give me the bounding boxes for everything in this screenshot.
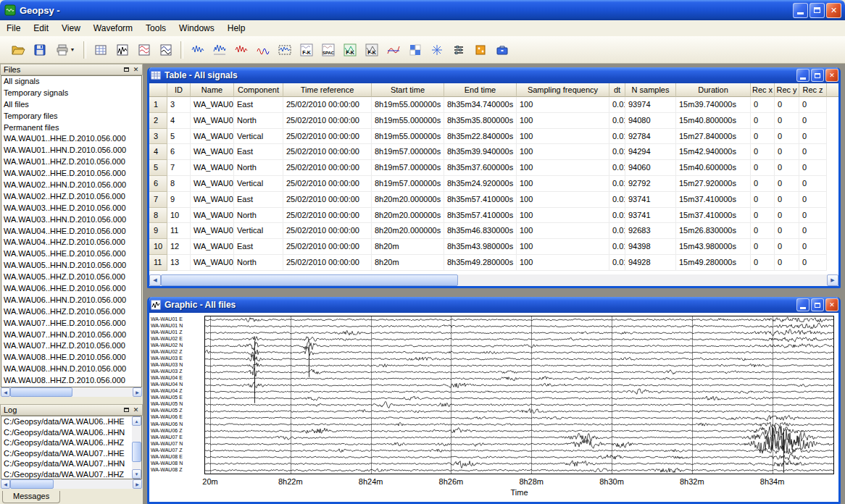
name-cell[interactable]: WA_WAU02: [191, 144, 234, 160]
name-cell[interactable]: WA_WAU02: [191, 160, 234, 176]
menu-item[interactable]: Help: [221, 21, 252, 35]
rec-y-cell[interactable]: 0: [775, 144, 799, 160]
waveform-plot[interactable]: [204, 316, 834, 474]
start-time-cell[interactable]: 8h20m20.000000s: [372, 223, 444, 239]
rec-z-cell[interactable]: 0: [799, 208, 827, 224]
rec-y-cell[interactable]: 0: [775, 160, 799, 176]
file-item[interactable]: WA.WAU07..HHZ.D.2010.056.000: [1, 340, 141, 352]
table-close-button[interactable]: ✕: [825, 69, 838, 82]
log-float-button[interactable]: [122, 406, 131, 415]
log-close-button[interactable]: ✕: [131, 406, 141, 415]
name-cell[interactable]: WA_WAU03: [191, 192, 234, 208]
scrollbar-thumb[interactable]: [10, 479, 54, 489]
row-number-cell[interactable]: 5: [149, 160, 167, 176]
waveform-button[interactable]: [187, 39, 208, 60]
log-panel-header[interactable]: Log ✕: [0, 404, 143, 416]
n-samples-cell[interactable]: 94080: [625, 113, 676, 129]
name-cell[interactable]: WA_WAU03: [191, 208, 234, 224]
rec-x-cell[interactable]: 0: [751, 223, 775, 239]
column-header[interactable]: Start time: [372, 83, 444, 97]
messages-tab[interactable]: Messages: [2, 491, 60, 503]
component-cell[interactable]: Vertical: [234, 223, 283, 239]
table-maximize-button[interactable]: [811, 69, 824, 82]
end-time-cell[interactable]: 8h35m43.980000s: [444, 239, 517, 255]
spac-toolbox-button[interactable]: SPAC: [317, 39, 338, 60]
file-item[interactable]: WA.WAU05..HHE.D.2010.056.000: [1, 248, 141, 260]
waveform-2-button[interactable]: [209, 39, 230, 60]
rec-x-cell[interactable]: 0: [751, 239, 775, 255]
snowflake-button[interactable]: [426, 39, 447, 60]
file-item[interactable]: All files: [1, 99, 141, 111]
time-reference-cell[interactable]: 25/02/2010 00:00:00: [283, 160, 372, 176]
file-item[interactable]: WA.WAU01..HHE.D.2010.056.000: [1, 133, 141, 145]
duration-cell[interactable]: 15m39.740000s: [676, 97, 751, 113]
id-cell[interactable]: 6: [167, 144, 191, 160]
start-time-cell[interactable]: 8h19m57.000000s: [372, 176, 444, 192]
menu-item[interactable]: Tools: [139, 21, 172, 35]
column-header[interactable]: Rec y: [775, 83, 799, 97]
rec-y-cell[interactable]: 0: [775, 255, 799, 271]
fk-toolbox-button[interactable]: F-K: [296, 39, 317, 60]
sampling-frequency-cell[interactable]: 100: [517, 192, 609, 208]
file-item[interactable]: WA.WAU04..HHE.D.2010.056.000: [1, 226, 141, 238]
n-samples-cell[interactable]: 94060: [625, 160, 676, 176]
column-header[interactable]: End time: [444, 83, 517, 97]
component-cell[interactable]: North: [234, 160, 283, 176]
n-samples-cell[interactable]: 94398: [625, 239, 676, 255]
n-samples-cell[interactable]: 93974: [625, 97, 676, 113]
time-reference-cell[interactable]: 25/02/2010 00:00:00: [283, 223, 372, 239]
menu-item[interactable]: View: [55, 21, 87, 35]
dt-cell[interactable]: 0.01: [609, 176, 625, 192]
id-cell[interactable]: 7: [167, 160, 191, 176]
dt-cell[interactable]: 0.01: [609, 192, 625, 208]
column-header[interactable]: Component: [234, 83, 283, 97]
time-reference-cell[interactable]: 25/02/2010 00:00:00: [283, 97, 372, 113]
file-item[interactable]: WA.WAU06..HHZ.D.2010.056.000: [1, 306, 141, 318]
sampling-frequency-cell[interactable]: 100: [517, 223, 609, 239]
row-number-cell[interactable]: 9: [149, 223, 167, 239]
duration-cell[interactable]: 15m42.940000s: [676, 144, 751, 160]
scrollbar-thumb[interactable]: [10, 387, 72, 397]
row-number-cell[interactable]: 4: [149, 144, 167, 160]
sampling-frequency-cell[interactable]: 100: [517, 208, 609, 224]
duration-cell[interactable]: 15m27.840000s: [676, 129, 751, 145]
dt-cell[interactable]: 0.01: [609, 239, 625, 255]
id-cell[interactable]: 13: [167, 255, 191, 271]
component-cell[interactable]: East: [234, 144, 283, 160]
menu-item[interactable]: Waveform: [87, 21, 139, 35]
file-item[interactable]: Temporary signals: [1, 88, 141, 99]
id-cell[interactable]: 9: [167, 192, 191, 208]
files-panel-header[interactable]: Files ✕: [0, 64, 143, 75]
end-time-cell[interactable]: 8h35m22.840000s: [444, 129, 517, 145]
file-item[interactable]: WA.WAU02..HHN.D.2010.056.000: [1, 180, 141, 191]
rec-y-cell[interactable]: 0: [775, 97, 799, 113]
sampling-frequency-cell[interactable]: 100: [517, 129, 609, 145]
file-item[interactable]: WA.WAU06..HHN.D.2010.056.000: [1, 295, 141, 306]
end-time-cell[interactable]: 8h35m34.740000s: [444, 97, 517, 113]
graphic-maximize-button[interactable]: [811, 298, 824, 311]
column-header[interactable]: Duration: [676, 83, 751, 97]
file-item[interactable]: WA.WAU03..HHE.D.2010.056.000: [1, 203, 141, 214]
rec-x-cell[interactable]: 0: [751, 144, 775, 160]
scroll-right-button[interactable]: ▶: [133, 479, 142, 489]
menu-item[interactable]: Windows: [172, 21, 221, 35]
graph-view-button[interactable]: [112, 39, 133, 60]
duration-cell[interactable]: 15m27.920000s: [676, 176, 751, 192]
signal-select-button[interactable]: [274, 39, 295, 60]
dt-cell[interactable]: 0.01: [609, 144, 625, 160]
component-cell[interactable]: North: [234, 113, 283, 129]
spectrum-red-blue-button[interactable]: [252, 39, 273, 60]
scrollbar-track[interactable]: [161, 274, 827, 286]
scroll-left-button[interactable]: ◀: [149, 274, 161, 286]
rec-x-cell[interactable]: 0: [751, 192, 775, 208]
rec-z-cell[interactable]: 0: [799, 223, 827, 239]
n-samples-cell[interactable]: 94928: [625, 255, 676, 271]
file-item[interactable]: WA.WAU02..HHE.D.2010.056.000: [1, 168, 141, 180]
start-time-cell[interactable]: 8h19m55.000000s: [372, 97, 444, 113]
files-close-button[interactable]: ✕: [131, 65, 141, 75]
row-number-cell[interactable]: 8: [149, 208, 167, 224]
column-header[interactable]: Rec x: [751, 83, 775, 97]
row-number-cell[interactable]: 6: [149, 176, 167, 192]
time-reference-cell[interactable]: 25/02/2010 00:00:00: [283, 208, 372, 224]
time-reference-cell[interactable]: 25/02/2010 00:00:00: [283, 113, 372, 129]
